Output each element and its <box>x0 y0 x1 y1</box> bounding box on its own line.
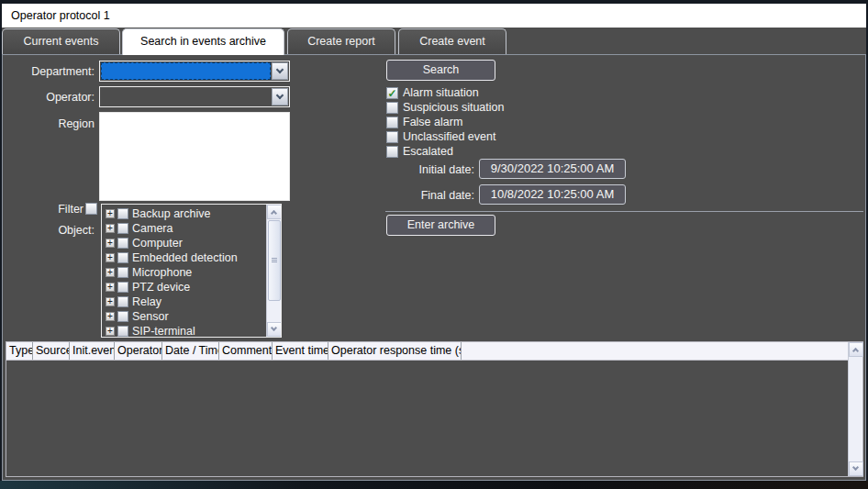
event-type-filter-row[interactable]: Escalated <box>386 144 504 159</box>
object-tree-rows: +Backup archive+Camera+Computer+Embedded… <box>102 205 266 337</box>
tree-item[interactable]: +Embedded detection <box>106 250 266 265</box>
scroll-up-button[interactable] <box>267 205 282 219</box>
expand-icon[interactable]: + <box>106 239 115 248</box>
expand-icon[interactable]: + <box>106 253 115 262</box>
tree-item-checkbox[interactable] <box>117 238 128 249</box>
enter-archive-button[interactable]: Enter archive <box>386 215 495 236</box>
search-button[interactable]: Search <box>386 60 495 81</box>
filter-label: Filter <box>0 203 83 216</box>
chevron-up-icon <box>271 210 277 217</box>
tree-item-checkbox[interactable] <box>117 208 128 219</box>
results-table-main: TypeSourceInit.eventOperatorDate / TimeC… <box>6 342 848 476</box>
checkbox-unchecked[interactable] <box>386 146 398 158</box>
chevron-down-icon <box>276 66 284 73</box>
expand-icon[interactable]: + <box>106 224 115 233</box>
event-type-filter-label: Unclassified event <box>403 130 495 143</box>
window-title: Operator protocol 1 <box>2 4 866 28</box>
scroll-down-button[interactable] <box>267 322 282 337</box>
tree-item-checkbox[interactable] <box>117 326 128 337</box>
event-type-filter-label: Alarm situation <box>403 86 479 99</box>
tree-item-label: Relay <box>132 295 161 308</box>
column-header[interactable]: Type <box>6 342 33 360</box>
checkbox-checked[interactable]: ✓ <box>386 87 398 99</box>
column-header[interactable]: Source <box>33 342 70 360</box>
results-table-body[interactable] <box>6 361 848 476</box>
tree-item[interactable]: +Backup archive <box>106 206 266 221</box>
tree-item-label: Camera <box>132 222 172 235</box>
chevron-down-icon <box>276 92 284 99</box>
department-selected-value <box>101 62 271 80</box>
final-date-label: Final date: <box>385 189 474 202</box>
tree-item[interactable]: +Computer <box>106 236 266 250</box>
expand-icon[interactable]: + <box>106 268 115 277</box>
column-header[interactable]: Comment <box>219 342 273 360</box>
scrollbar-thumb[interactable] <box>268 220 281 301</box>
event-type-filter-row[interactable]: Suspicious situation <box>386 100 504 115</box>
column-header[interactable]: Init.event <box>70 342 115 360</box>
scroll-down-button[interactable] <box>849 461 863 476</box>
tree-item-label: Computer <box>132 237 183 250</box>
results-table: TypeSourceInit.eventOperatorDate / TimeC… <box>6 341 863 477</box>
operator-selected-value <box>101 88 271 106</box>
tree-item-label: SIP-terminal <box>132 325 195 337</box>
tree-item-checkbox[interactable] <box>117 267 128 278</box>
object-tree[interactable]: +Backup archive+Camera+Computer+Embedded… <box>101 204 282 338</box>
tree-item[interactable]: +Sensor <box>106 309 266 324</box>
window-bottom-edge <box>0 481 868 489</box>
expand-icon[interactable]: + <box>106 297 115 306</box>
object-tree-scrollbar[interactable] <box>266 205 281 337</box>
region-label: Region <box>0 117 95 130</box>
tree-item-label: Sensor <box>132 310 169 323</box>
results-table-header: TypeSourceInit.eventOperatorDate / TimeC… <box>6 342 848 361</box>
event-type-filter-row[interactable]: Unclassified event <box>386 129 504 144</box>
final-date-button[interactable]: 10/8/2022 10:25:00 AM <box>479 184 626 205</box>
tree-item-checkbox[interactable] <box>117 311 128 322</box>
tree-item[interactable]: +SIP-terminal <box>106 324 266 337</box>
chevron-down-icon <box>852 464 859 471</box>
region-listbox[interactable] <box>99 112 290 201</box>
tab-search-in-events-archive[interactable]: Search in events archive <box>122 28 284 55</box>
event-type-filter-label: False alarm <box>403 116 462 128</box>
tree-item[interactable]: +Relay <box>106 295 266 309</box>
event-type-filters: ✓Alarm situationSuspicious situationFals… <box>386 85 504 159</box>
department-combobox[interactable] <box>99 61 290 82</box>
column-header[interactable]: Event time <box>273 342 328 360</box>
column-header[interactable]: Operator response time (s) <box>328 342 462 360</box>
department-dropdown-button[interactable] <box>272 62 288 80</box>
tab-create-report[interactable]: Create report <box>287 28 395 54</box>
chevron-down-icon <box>271 325 277 331</box>
operator-dropdown-button[interactable] <box>272 88 288 106</box>
tree-item-label: PTZ device <box>132 281 190 294</box>
tree-item[interactable]: +Camera <box>106 221 266 236</box>
column-header[interactable]: Date / Time <box>162 342 219 360</box>
event-type-filter-row[interactable]: False alarm <box>386 115 504 129</box>
tree-item-label: Microphone <box>132 266 192 279</box>
tree-item-checkbox[interactable] <box>117 223 128 234</box>
tree-item[interactable]: +PTZ device <box>106 280 266 295</box>
tree-item-checkbox[interactable] <box>117 296 128 307</box>
tree-item-checkbox[interactable] <box>117 252 128 263</box>
section-divider <box>385 211 863 212</box>
checkbox-unchecked[interactable] <box>386 131 398 143</box>
expand-icon[interactable]: + <box>106 209 115 218</box>
tab-bar: Current events Search in events archive … <box>2 28 866 54</box>
tree-item[interactable]: +Microphone <box>106 265 266 280</box>
initial-date-button[interactable]: 9/30/2022 10:25:00 AM <box>479 159 626 179</box>
expand-icon[interactable]: + <box>106 283 115 292</box>
tree-item-checkbox[interactable] <box>117 282 128 293</box>
column-header[interactable]: Operator <box>115 342 162 360</box>
operator-label: Operator: <box>0 91 95 104</box>
operator-combobox[interactable] <box>99 86 290 107</box>
tab-create-event[interactable]: Create event <box>398 28 506 54</box>
expand-icon[interactable]: + <box>106 327 115 336</box>
checkbox-unchecked[interactable] <box>386 117 398 128</box>
results-table-scrollbar[interactable] <box>848 342 862 476</box>
event-type-filter-row[interactable]: ✓Alarm situation <box>386 85 504 100</box>
initial-date-label: Initial date: <box>385 163 474 176</box>
tab-current-events[interactable]: Current events <box>2 28 120 54</box>
checkbox-unchecked[interactable] <box>386 102 398 114</box>
tree-item-label: Backup archive <box>132 207 210 220</box>
filter-checkbox[interactable] <box>85 203 97 215</box>
scroll-up-button[interactable] <box>849 342 863 357</box>
expand-icon[interactable]: + <box>106 312 115 321</box>
